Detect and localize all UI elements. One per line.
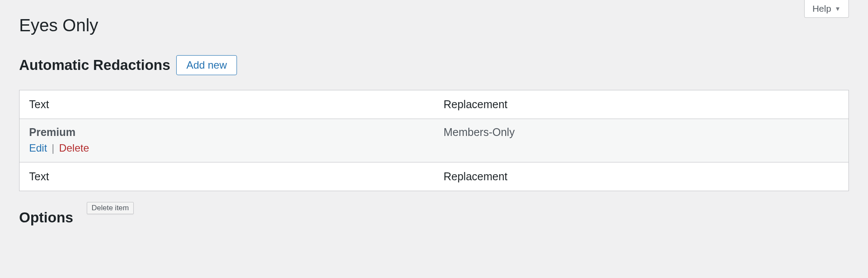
edit-link[interactable]: Edit [29,142,47,154]
table-row: Premium Edit | Delete Members-Only [20,119,849,162]
delete-link[interactable]: Delete [59,142,89,154]
redactions-table: Text Replacement Premium Edit | Delete M… [19,90,849,191]
add-new-button[interactable]: Add new [176,55,237,75]
options-heading: Options [19,209,849,226]
action-separator: | [50,142,56,154]
table-footer-row: Text Replacement [20,162,849,191]
table-header-row: Text Replacement [20,90,849,119]
chevron-down-icon: ▼ [835,6,841,12]
help-label: Help [812,3,831,14]
column-footer-text[interactable]: Text [20,162,434,191]
column-footer-replacement[interactable]: Replacement [434,162,849,191]
section-header: Automatic Redactions Add new [19,55,849,75]
column-header-replacement[interactable]: Replacement [434,90,849,119]
section-heading: Automatic Redactions [19,57,170,73]
row-title: Premium [29,126,424,139]
help-tab[interactable]: Help ▼ [804,0,849,18]
cell-text: Premium Edit | Delete [20,119,434,162]
cell-replacement: Members-Only [434,119,849,162]
page-title: Eyes Only [19,0,849,35]
column-header-text[interactable]: Text [20,90,434,119]
row-actions: Edit | Delete [29,142,424,154]
